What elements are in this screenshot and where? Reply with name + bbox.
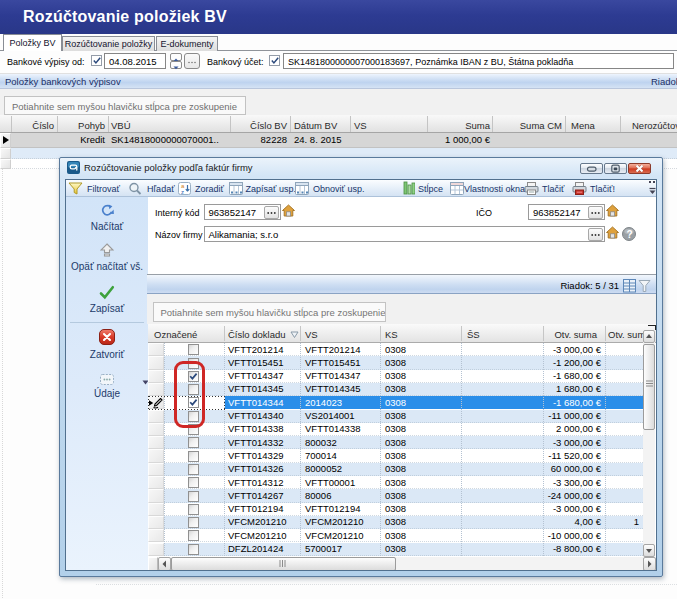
svg-text:z: z [181, 189, 184, 195]
svg-text:?: ? [626, 228, 632, 239]
